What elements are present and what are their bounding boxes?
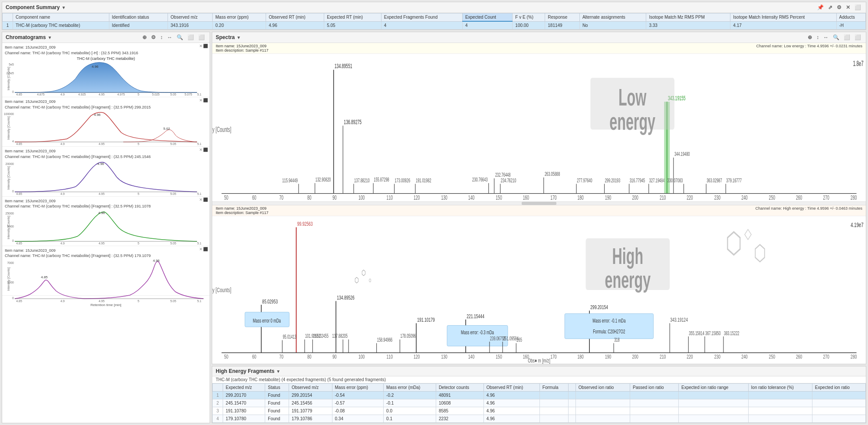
- chrom-tool5[interactable]: 🔍: [175, 34, 184, 41]
- hef-subtitle: THC-M (carboxy THC metabolite) (4 expect…: [212, 376, 866, 383]
- chrom-close-2[interactable]: ✕: [199, 98, 203, 102]
- chrom-close-3[interactable]: ✕: [199, 148, 203, 152]
- chrom-tool4[interactable]: ↔: [166, 34, 174, 41]
- col-mass-error[interactable]: Mass error (ppm): [213, 13, 266, 22]
- svg-text:5.075: 5.075: [184, 93, 192, 96]
- row-response: 181149: [545, 21, 580, 30]
- chrom-close-1[interactable]: ✕: [199, 44, 203, 48]
- col-response[interactable]: Response: [545, 13, 580, 22]
- svg-text:5: 5: [138, 192, 139, 195]
- share-icon[interactable]: ⇗: [827, 4, 834, 11]
- chrom-close-4[interactable]: ✕: [199, 198, 203, 202]
- svg-text:High: High: [612, 244, 644, 269]
- svg-text:100: 100: [358, 194, 365, 201]
- col-isotope-intensity[interactable]: Isotope Match Intensity RMS Percent: [730, 13, 836, 22]
- chrom-tool3[interactable]: ↕: [159, 34, 164, 41]
- close-icon[interactable]: ✕: [845, 4, 852, 11]
- svg-text:5.05: 5.05: [170, 93, 176, 96]
- hef-col-detector-counts[interactable]: Detector counts: [436, 384, 483, 392]
- chrom-tool1[interactable]: ⊕: [141, 34, 148, 41]
- col-expected-count[interactable]: Expected Count: [462, 13, 512, 22]
- spectra-tool2[interactable]: ↕: [815, 34, 820, 41]
- svg-text:4.9: 4.9: [60, 300, 65, 303]
- svg-text:0: 0: [12, 297, 14, 300]
- svg-text:265: 265: [516, 337, 522, 343]
- dropdown-arrow-icon[interactable]: ▼: [62, 5, 66, 10]
- hef-col-observed-mz[interactable]: Observed m/z: [289, 384, 332, 392]
- chrom-close-5[interactable]: ✕: [199, 247, 203, 251]
- hef-col-ion-ratio-tolerance[interactable]: Ion ratio tolerance (%): [748, 384, 812, 392]
- svg-text:1000: 1000: [7, 281, 14, 284]
- spectra-view1[interactable]: ⬜: [842, 34, 852, 41]
- svg-text:5.1: 5.1: [197, 142, 201, 145]
- col-observed-mz[interactable]: Observed m/z: [168, 13, 213, 22]
- spectra-tool3[interactable]: ↔: [822, 34, 830, 41]
- spectra-tool1[interactable]: ⊕: [806, 34, 813, 41]
- hef-row1-status: Found: [265, 392, 289, 399]
- maximize-icon[interactable]: ⬜: [853, 4, 862, 11]
- col-expected-rt[interactable]: Expected RT (min): [324, 13, 381, 22]
- col-observed-rt[interactable]: Observed RT (min): [266, 13, 324, 22]
- row-observed-mz: 343.1916: [168, 21, 213, 30]
- chrom-view1[interactable]: ⬜: [186, 34, 195, 41]
- spectra-dropdown-arrow[interactable]: ▼: [237, 35, 241, 40]
- settings-icon[interactable]: ⚙: [835, 4, 843, 11]
- chrom-expand-3[interactable]: ⬛: [203, 148, 208, 152]
- svg-text:150: 150: [496, 353, 502, 359]
- chrom-expand-1[interactable]: ⬛: [203, 44, 208, 48]
- hef-col-spacer: [568, 384, 575, 392]
- svg-text:⬡: ⬡: [754, 240, 766, 265]
- col-isotope-mz[interactable]: Isotope Match Mz RMS PPM: [646, 13, 730, 22]
- hef-col-expected-ion-ratio[interactable]: Expected ion ratio: [812, 384, 865, 392]
- svg-text:383.15222: 383.15222: [724, 330, 740, 336]
- hef-dropdown-arrow[interactable]: ▼: [276, 369, 280, 374]
- low-energy-plot: Intensity [Counts] 1.8e7 134.89551 136.8…: [212, 54, 866, 201]
- hef-col-passed-ion-ratio[interactable]: Passed ion ratio: [630, 384, 678, 392]
- col-expected-frags-found[interactable]: Expected Fragments Found: [381, 13, 462, 22]
- col-id-status[interactable]: Identification status: [109, 13, 168, 22]
- hef-col-observed-rt[interactable]: Observed RT (min): [483, 384, 539, 392]
- chrom-expand-4[interactable]: ⬛: [203, 198, 208, 202]
- col-adducts[interactable]: Adducts: [836, 13, 865, 22]
- row-isotope-intensity: 4.17: [730, 21, 836, 30]
- chrom-view2[interactable]: ⬜: [197, 34, 206, 41]
- hef-row1-expected-mz: 299.20170: [223, 392, 265, 399]
- svg-text:85.02953: 85.02953: [262, 298, 278, 304]
- hef-row-4[interactable]: 4 179.10780 Found 179.10786 0.34 0.1 223…: [213, 415, 866, 423]
- hef-row-1[interactable]: 1 299.20170 Found 299.20154 -0.54 -0.2 4…: [213, 392, 866, 399]
- svg-text:280: 280: [851, 353, 857, 359]
- svg-text:4.95: 4.95: [99, 93, 105, 96]
- col-component-name[interactable]: Component name: [13, 13, 109, 22]
- hef-col-mass-error-ppm[interactable]: Mass error (ppm): [332, 384, 384, 392]
- hef-row1-observed-rt: 4.96: [483, 392, 539, 399]
- col-fve[interactable]: F v E (%): [513, 13, 545, 22]
- pin-icon[interactable]: 📌: [816, 4, 825, 11]
- hef-col-mass-error-mda[interactable]: Mass error (mDa): [384, 384, 436, 392]
- chrom-expand-5[interactable]: ⬛: [203, 247, 208, 251]
- main-container: Component Summary ▼ 📌 ⇗ ⚙ ✕ ⬜ Component …: [0, 0, 868, 425]
- hef-col-status[interactable]: Status: [265, 384, 289, 392]
- hef-row-3[interactable]: 3 191.10780 Found 191.10779 -0.08 0.0 85…: [213, 407, 866, 415]
- chrom-plot-4: Intensity [Counts] 4.96 25000 5000 0 4.8…: [5, 210, 207, 245]
- high-energy-plot: Intensity [Counts] 4.19e7 99.92563 85.02…: [212, 216, 866, 364]
- hef-col-formula[interactable]: Formula: [539, 384, 568, 392]
- chrom-plot-5: Intensity [Counts] 4.85 4.96 7000 1000 0…: [5, 260, 207, 294]
- chrom-expand-2[interactable]: ⬛: [203, 98, 208, 102]
- hef-col-expected-ion-ratio-range[interactable]: Expected ion ratio range: [679, 384, 749, 392]
- hef-col-observed-ion-ratio[interactable]: Observed ion ratio: [575, 384, 630, 392]
- chrom-tool2[interactable]: ⚙: [150, 34, 157, 41]
- spectra-tool4[interactable]: 🔍: [832, 34, 841, 41]
- col-alt-assignments[interactable]: Alternate assignments: [579, 13, 646, 22]
- svg-text:100: 100: [358, 353, 365, 359]
- spectra-view2[interactable]: ⬜: [853, 34, 862, 41]
- scroll-indicator[interactable]: [212, 202, 866, 205]
- hef-row3-observed-ion: [575, 407, 630, 415]
- chrom-dropdown-arrow[interactable]: ▼: [48, 35, 52, 40]
- svg-text:Mass error: -0.3 mDa: Mass error: -0.3 mDa: [461, 329, 494, 335]
- row-expected-frags-found: 4: [381, 21, 462, 30]
- hef-row-2[interactable]: 2 245.15470 Found 245.15456 -0.57 -0.1 1…: [213, 399, 866, 407]
- table-row[interactable]: 1 THC-M (carboxy THC metabolite) Identif…: [3, 21, 866, 30]
- high-energy-item-info: Item name: 15June2023_009 Item descripti…: [216, 206, 269, 215]
- hef-col-expected-mz[interactable]: Expected m/z: [223, 384, 265, 392]
- svg-text:4.9: 4.9: [60, 93, 65, 96]
